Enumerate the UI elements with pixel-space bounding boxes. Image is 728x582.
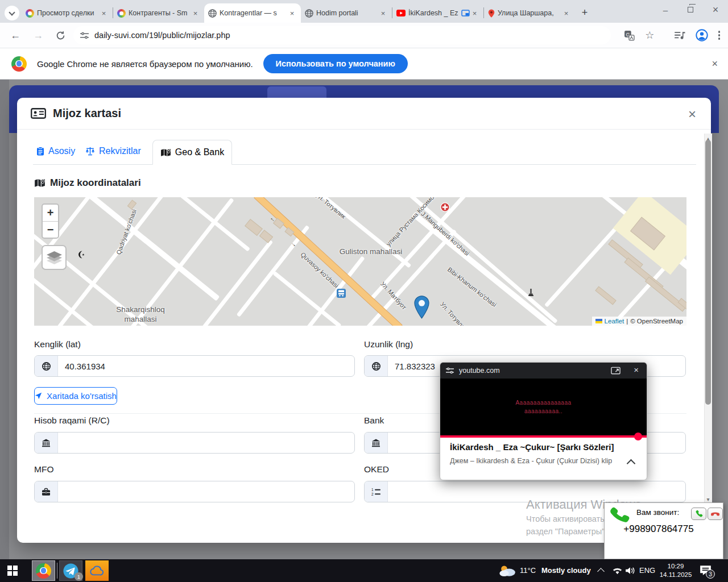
pip-header[interactable]: youtube.com ×: [440, 363, 647, 379]
taskbar-cloud-app-button[interactable]: [85, 560, 109, 581]
pip-video[interactable]: Aaaaaaaaaaaaaaaa aaaaaaaaaa..: [440, 379, 647, 435]
site-info-icon[interactable]: [80, 32, 89, 39]
cloud-icon: [90, 566, 105, 576]
action-center-icon[interactable]: 3: [700, 565, 712, 576]
tab-geo-bank[interactable]: Geo & Bank: [152, 140, 232, 165]
start-button[interactable]: [0, 559, 27, 582]
caller-number: +998907864775: [605, 523, 713, 535]
pip-progress-handle[interactable]: [634, 433, 642, 440]
tab-close-icon[interactable]: ×: [99, 9, 109, 18]
osm-copyright[interactable]: © OpenStreetMap: [630, 318, 683, 325]
tab-close-icon[interactable]: ×: [470, 9, 479, 18]
tab-search-button[interactable]: [5, 6, 19, 20]
reload-button[interactable]: [56, 31, 65, 40]
pip-progress-bar[interactable]: [440, 435, 647, 438]
tab-close-icon[interactable]: ×: [561, 9, 571, 18]
lat-input[interactable]: 40.361934: [34, 355, 355, 377]
tab-kontragentlar-active[interactable]: Kontragentlar — s ×: [204, 3, 301, 23]
tab-maps[interactable]: Улица Шаршара, ×: [484, 3, 575, 23]
modal-scrollbar-thumb[interactable]: [705, 140, 711, 405]
globe-icon: [35, 356, 58, 376]
lng-label: Uzunlik (lng): [364, 339, 413, 350]
map-zoom-control: + −: [42, 203, 59, 239]
new-tab-button[interactable]: +: [577, 5, 592, 20]
show-on-map-button[interactable]: Xaritada ko'rsatish: [34, 387, 117, 405]
tab-close-icon[interactable]: ×: [287, 9, 297, 18]
tab-kontragenty[interactable]: Контрагенты - Sm ×: [113, 3, 204, 23]
account-input[interactable]: [34, 432, 355, 454]
window-controls: – ×: [653, 0, 728, 19]
pip-video-subtitle: Джем – Ikikardesh & Eza - Çukur (Çukur D…: [450, 457, 621, 465]
youtube-favicon: [396, 10, 406, 16]
restore-button[interactable]: [678, 1, 703, 18]
browser-tab-strip: Просмотр сделки × Контрагенты - Sm × Kon…: [0, 0, 728, 23]
tab-rekvizitlar-label: Rekvizitlar: [99, 146, 141, 156]
decline-call-button[interactable]: [708, 508, 723, 520]
back-to-tab-icon[interactable]: [611, 367, 621, 375]
tab-title: İkiKardesh _ Ez: [408, 9, 458, 17]
taskbar-chrome-button[interactable]: [32, 560, 55, 581]
bookmark-star-icon[interactable]: ☆: [645, 29, 654, 41]
pip-window[interactable]: youtube.com × Aaaaaaaaaaaaaaaa aaaaaaaaa…: [440, 362, 647, 480]
tab-title: Hodim portali: [316, 9, 375, 17]
menu-dots-icon[interactable]: [718, 31, 721, 40]
tray-date: 14.11.2025: [655, 571, 696, 579]
tab-asosiy[interactable]: Asosiy: [36, 146, 75, 156]
translate-icon[interactable]: G: [624, 30, 635, 41]
clock[interactable]: 10:29 14.11.2025: [655, 562, 696, 579]
wifi-icon[interactable]: [612, 567, 623, 575]
taskbar-telegram-button[interactable]: 1: [59, 560, 82, 581]
back-button[interactable]: ←: [10, 30, 20, 41]
notification-close-icon[interactable]: ×: [712, 58, 718, 70]
modal-title: Mijoz kartasi: [53, 107, 121, 120]
mfo-label: MFO: [34, 464, 53, 475]
close-window-button[interactable]: ×: [703, 1, 728, 18]
address-bar[interactable]: daily-suvi.com/19l/public/mijozlar.php: [73, 26, 611, 44]
pip-close-icon[interactable]: ×: [634, 365, 639, 375]
tab-hodim-portali[interactable]: Hodim portali ×: [301, 3, 392, 23]
forward-button[interactable]: →: [33, 30, 43, 41]
globe-favicon: [305, 9, 313, 18]
show-on-map-label: Xaritada ko'rsatish: [47, 391, 117, 401]
chevron-up-icon[interactable]: [627, 459, 636, 468]
leaflet-link[interactable]: Leaflet: [605, 318, 624, 325]
lyrics-line: Aaaaaaaaaaaaaaaa: [515, 398, 571, 407]
minimize-button[interactable]: –: [653, 1, 678, 18]
zoom-out-button[interactable]: −: [43, 221, 58, 238]
tab-youtube[interactable]: İkiKardesh _ Ez ×: [392, 3, 483, 23]
mfo-input[interactable]: [34, 481, 355, 502]
map-marker-icon[interactable]: [414, 296, 429, 319]
ukraine-flag-icon: [595, 319, 602, 323]
media-controls-icon[interactable]: [675, 31, 685, 40]
coords-heading-label: Mijoz koordinatalari: [50, 177, 141, 189]
tray-time: 10:29: [655, 562, 696, 571]
browser-toolbar: ← → daily-suvi.com/19l/public/mijozlar.p…: [0, 23, 728, 48]
profile-avatar[interactable]: [696, 29, 708, 41]
tune-icon: [446, 367, 454, 374]
chevron-down-icon: [9, 9, 15, 15]
set-default-button[interactable]: Использовать по умолчанию: [263, 54, 408, 73]
tray-overflow-chevron-icon[interactable]: [597, 568, 605, 575]
map-layers-button[interactable]: [42, 245, 67, 270]
leaflet-map[interactable]: ← → Qadriyat ko'chasi Quvasoy ko'chasi у…: [34, 197, 686, 326]
language-indicator[interactable]: ENG: [639, 566, 655, 575]
scroll-down-arrow[interactable]: ▾: [704, 495, 712, 503]
weather-icon[interactable]: [498, 564, 516, 577]
weather-temp[interactable]: 11°C: [520, 566, 536, 575]
incoming-call-popup: Вам звонит: +998907864775: [604, 502, 723, 559]
tab-rekvizitlar[interactable]: Rekvizitlar: [85, 146, 141, 156]
phone-icon: [609, 505, 630, 526]
zoom-in-button[interactable]: +: [43, 205, 58, 221]
modal-close-button[interactable]: ×: [682, 105, 702, 124]
tab-prosmotr-sdelki[interactable]: Просмотр сделки ×: [22, 3, 113, 23]
account-value: [58, 433, 65, 453]
map-location-icon: [160, 148, 171, 157]
id-card-icon: [31, 108, 46, 119]
tab-close-icon[interactable]: ×: [191, 9, 200, 18]
weather-desc[interactable]: Mostly cloudy: [541, 566, 591, 575]
speaker-icon[interactable]: [625, 567, 635, 575]
pip-site-label: youtube.com: [459, 367, 500, 375]
tab-close-icon[interactable]: ×: [378, 9, 388, 18]
map-location-icon: [34, 178, 46, 188]
answer-call-button[interactable]: [691, 508, 706, 520]
